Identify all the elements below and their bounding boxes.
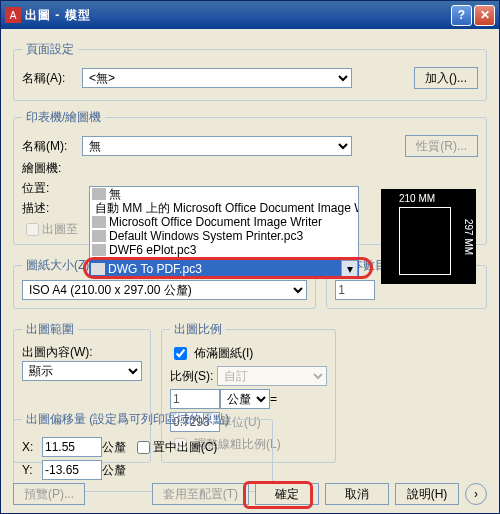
desc-label: 描述:: [22, 200, 82, 217]
printer-name-select[interactable]: 無: [82, 136, 352, 156]
ok-button[interactable]: 確定: [255, 483, 319, 505]
expand-icon[interactable]: ›: [465, 483, 487, 505]
list-item[interactable]: 無: [90, 187, 358, 201]
close-window-button[interactable]: ✕: [474, 5, 495, 26]
copies-input: [335, 280, 375, 300]
y-unit: 公釐: [102, 462, 126, 479]
scale-label: 比例(S):: [170, 368, 213, 385]
help-button[interactable]: 說明(H): [395, 483, 459, 505]
preview-width-label: 210 MM: [399, 193, 435, 204]
cancel-button[interactable]: 取消: [325, 483, 389, 505]
preview-page-icon: [399, 207, 451, 275]
add-button[interactable]: 加入()...: [414, 67, 478, 89]
x-label: X:: [22, 440, 42, 454]
scale-unit1[interactable]: 公釐: [220, 389, 270, 409]
help-window-button[interactable]: ?: [451, 5, 472, 26]
printer-icon: [92, 230, 106, 242]
printer-icon: [91, 263, 105, 275]
chevron-down-icon[interactable]: ▾: [341, 260, 358, 277]
preview-height-label: 297 MM: [463, 219, 474, 255]
list-item[interactable]: Default Windows System Printer.pc3: [90, 229, 358, 243]
location-label: 位置:: [22, 180, 82, 197]
plotter-label: 繪圖機:: [22, 160, 82, 177]
apply-layout-button: 套用至配置(T): [152, 483, 249, 505]
list-item[interactable]: DWF6 ePlot.pc3: [90, 243, 358, 257]
y-input[interactable]: [42, 460, 102, 480]
paper-size-select[interactable]: ISO A4 (210.00 x 297.00 公釐): [22, 280, 307, 300]
offset-legend: 出圖偏移量 (設定爲可列印區域的原點): [22, 411, 233, 428]
equals-label: =: [270, 392, 277, 406]
offset-group: 出圖偏移量 (設定爲可列印區域的原點) X: 公釐 置中出圖(C) Y: 公釐: [13, 411, 273, 492]
app-icon: A: [5, 7, 21, 23]
printer-icon: [92, 244, 106, 256]
list-item[interactable]: Microsoft Office Document Image Writer: [90, 215, 358, 229]
x-unit: 公釐: [102, 439, 126, 456]
plot-what-select[interactable]: 顯示: [22, 361, 142, 381]
paper-size-legend: 圖紙大小(Z): [22, 257, 93, 274]
printer-properties-button: 性質(R)...: [405, 135, 478, 157]
plot-to-file-label: 出圖至: [42, 221, 78, 238]
center-label: 置中出圖(C): [153, 439, 218, 456]
page-setup-legend: 頁面設定: [22, 41, 78, 58]
fit-label: 佈滿圖紙(I): [194, 345, 253, 362]
printer-selected-value[interactable]: DWG To PDF.pc3: [89, 260, 359, 277]
plot-to-file-check: [26, 223, 39, 236]
window-title: 出圖 - 模型: [25, 7, 449, 24]
scale-legend: 出圖比例: [170, 321, 226, 338]
printer-icon: [92, 188, 106, 200]
printer-icon: [92, 216, 106, 228]
printer-name-label: 名稱(M):: [22, 138, 82, 155]
page-setup-group: 頁面設定 名稱(A): <無> 加入()...: [13, 41, 487, 101]
plot-area-legend: 出圖範圍: [22, 321, 78, 338]
scale-val1: [170, 389, 220, 409]
x-input[interactable]: [42, 437, 102, 457]
list-item[interactable]: 自動 MM 上的 Microsoft Office Document Image…: [90, 201, 358, 215]
center-check[interactable]: [137, 441, 150, 454]
scale-select: 自訂: [217, 366, 327, 386]
preview-button: 預覽(P)...: [13, 483, 85, 505]
paper-preview: 210 MM 297 MM: [381, 189, 476, 284]
printer-legend: 印表機/繪圖機: [22, 109, 105, 126]
y-label: Y:: [22, 463, 42, 477]
page-name-select[interactable]: <無>: [82, 68, 352, 88]
plot-what-label: 出圖內容(W):: [22, 344, 142, 361]
fit-check[interactable]: [174, 347, 187, 360]
page-name-label: 名稱(A):: [22, 70, 82, 87]
